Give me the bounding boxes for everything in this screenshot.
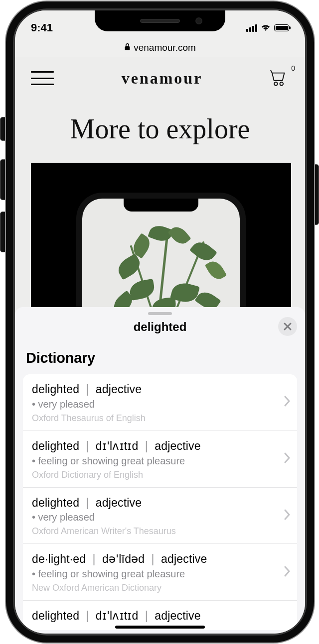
dictionary-entry[interactable]: de·light·ed | dəˈlīdəd | adjective feeli…: [23, 544, 297, 601]
chevron-right-icon: [284, 566, 290, 579]
entry-source: Oxford Thesaurus of English: [32, 413, 275, 424]
wifi-icon: [260, 21, 271, 34]
entry-headline: de·light·ed | dəˈlīdəd | adjective: [32, 552, 275, 566]
entry-headline: delighted | dɪˈlʌɪtɪd | adjective: [32, 439, 275, 453]
cellular-bars-icon: [246, 24, 257, 32]
entry-headline: delighted | adjective: [32, 382, 275, 397]
speaker-grille: [140, 19, 180, 23]
dictionary-card: delighted | adjective very pleased Oxfor…: [23, 374, 297, 630]
status-right-cluster: [246, 21, 289, 34]
phone-frame: 9:41 venamour.com venamour: [6, 1, 314, 643]
entry-definition: very pleased: [32, 512, 275, 523]
lookup-word: delighted: [134, 320, 187, 333]
front-camera: [195, 17, 202, 24]
screen: 9:41 venamour.com venamour: [15, 10, 305, 634]
cart-count-badge: 0: [291, 64, 295, 72]
lock-icon: [124, 42, 131, 53]
entry-definition: very pleased: [32, 399, 275, 410]
notch: [95, 10, 225, 31]
dictionary-entry[interactable]: delighted | adjective very pleased Oxfor…: [23, 374, 297, 431]
close-button[interactable]: [278, 317, 297, 336]
home-indicator[interactable]: [115, 626, 205, 629]
power-button: [314, 164, 319, 225]
entry-source: Oxford American Writer's Thesaurus: [32, 526, 275, 537]
entry-definition: feeling or showing great pleasure: [32, 568, 275, 580]
chevron-right-icon: [284, 452, 290, 465]
chevron-right-icon: [284, 396, 290, 409]
entry-source: New Oxford American Dictionary: [32, 583, 275, 593]
chevron-right-icon: [284, 509, 290, 522]
sheet-header: delighted: [15, 320, 305, 343]
browser-domain: venamour.com: [134, 42, 196, 53]
entry-headline: delighted | adjective: [32, 496, 275, 510]
svg-rect-0: [125, 46, 130, 50]
svg-point-1: [274, 82, 278, 86]
promo-image[interactable]: [31, 163, 291, 332]
dictionary-entry[interactable]: delighted | dɪˈlʌɪtɪd | adjective feelin…: [23, 431, 297, 488]
site-header: venamour 0: [15, 57, 305, 99]
battery-icon: [274, 24, 289, 31]
hamburger-menu-icon[interactable]: [31, 71, 54, 85]
status-time: 9:41: [31, 21, 53, 34]
lookup-sheet: delighted Dictionary delighted | adjecti…: [15, 307, 305, 634]
dictionary-entry[interactable]: delighted | adjective very pleased Oxfor…: [23, 488, 297, 544]
cart-button[interactable]: 0: [270, 69, 289, 87]
entry-source: Oxford Dictionary of English: [32, 470, 275, 480]
hero-title: More to explore: [15, 113, 305, 145]
svg-point-2: [280, 82, 283, 86]
section-title-dictionary: Dictionary: [26, 350, 294, 366]
site-logo[interactable]: venamour: [122, 69, 203, 88]
entry-headline: delighted | dɪˈlʌɪtɪd | adjective: [32, 609, 275, 623]
sheet-grabber[interactable]: [148, 312, 172, 315]
entry-definition: feeling or showing great pleasure: [32, 455, 275, 467]
browser-url-bar[interactable]: venamour.com: [15, 38, 305, 57]
